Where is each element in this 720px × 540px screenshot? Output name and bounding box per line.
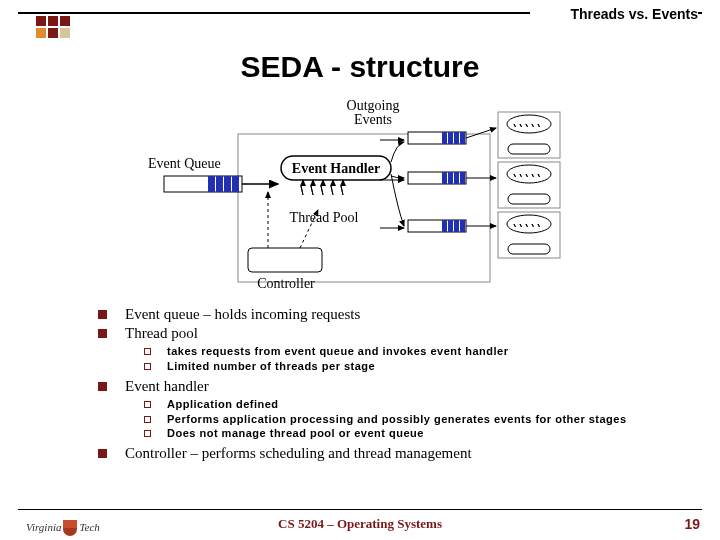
svg-point-21: [507, 165, 551, 183]
thread-pool-icon: [301, 180, 343, 195]
logo-right: Tech: [79, 521, 99, 533]
bullet-icon: [144, 430, 151, 437]
square-icon: [48, 16, 58, 26]
page-number: 19: [684, 516, 700, 532]
svg-rect-33: [448, 220, 453, 232]
footer-course: CS 5204 – Operating Systems: [0, 516, 720, 532]
header-squares: [36, 16, 70, 38]
bullet-text: Does not manage thread pool or event que…: [167, 426, 424, 441]
svg-rect-23: [442, 172, 447, 184]
header-bar: Threads vs. Events: [0, 12, 720, 14]
square-icon: [60, 16, 70, 26]
bullet-l1: Event queue – holds incoming requests: [98, 306, 658, 323]
svg-rect-14: [442, 132, 447, 144]
svg-rect-5: [232, 176, 239, 192]
bullet-text: Performs application processing and poss…: [167, 412, 627, 427]
event-handler-label: Event Handler: [292, 161, 380, 176]
bullet-icon: [144, 401, 151, 408]
bullet-icon: [144, 348, 151, 355]
controller-box: [248, 248, 322, 272]
seda-diagram: Event Queue Event Handler Outgoing Event…: [148, 100, 578, 290]
bullet-text: takes requests from event queue and invo…: [167, 344, 509, 359]
svg-rect-3: [216, 176, 223, 192]
bullet-l1: Thread pool: [98, 325, 658, 342]
event-handler-box: Event Handler: [281, 156, 391, 180]
topic-label: Threads vs. Events: [530, 6, 698, 22]
bullet-l1: Controller – performs scheduling and thr…: [98, 445, 658, 462]
svg-rect-24: [448, 172, 453, 184]
bullet-icon: [98, 449, 107, 458]
svg-rect-25: [454, 172, 459, 184]
target-stage-3: [408, 212, 560, 258]
vt-logo: VirginiaTech: [26, 520, 100, 536]
bullet-icon: [98, 382, 107, 391]
bullet-text: Event queue – holds incoming requests: [125, 306, 360, 323]
svg-rect-34: [454, 220, 459, 232]
svg-rect-2: [208, 176, 215, 192]
svg-rect-28: [508, 194, 550, 204]
svg-rect-35: [460, 220, 465, 232]
outgoing-label-2: Events: [354, 112, 392, 127]
controller-label: Controller: [257, 276, 315, 290]
square-icon: [60, 28, 70, 38]
target-stage-2: [408, 162, 560, 208]
svg-line-18: [466, 128, 496, 138]
bullet-text: Controller – performs scheduling and thr…: [125, 445, 472, 462]
bullet-icon: [98, 329, 107, 338]
bullet-text: Application defined: [167, 397, 279, 412]
svg-rect-16: [454, 132, 459, 144]
content-list: Event queue – holds incoming requestsThr…: [98, 306, 658, 464]
svg-rect-37: [508, 244, 550, 254]
bullet-text: Limited number of threads per stage: [167, 359, 375, 374]
thread-pool-label: Thread Pool: [290, 210, 359, 225]
square-icon: [36, 16, 46, 26]
shield-icon: [63, 520, 77, 536]
square-icon: [36, 28, 46, 38]
slide: Threads vs. Events SEDA - structure Even…: [0, 0, 720, 540]
event-queue-label: Event Queue: [148, 156, 221, 171]
bullet-icon: [144, 363, 151, 370]
svg-rect-19: [508, 144, 550, 154]
bullet-l2: Performs application processing and poss…: [144, 412, 658, 427]
bullet-l2: takes requests from event queue and invo…: [144, 344, 658, 359]
target-stage-1: [408, 112, 560, 158]
bullet-icon: [98, 310, 107, 319]
bullet-l2: Limited number of threads per stage: [144, 359, 658, 374]
bullet-l1: Event handler: [98, 378, 658, 395]
svg-rect-26: [460, 172, 465, 184]
svg-rect-17: [460, 132, 465, 144]
bullet-l2: Does not manage thread pool or event que…: [144, 426, 658, 441]
bullet-text: Event handler: [125, 378, 209, 395]
svg-point-30: [507, 215, 551, 233]
square-icon: [48, 28, 58, 38]
svg-rect-43: [248, 248, 322, 272]
bullet-l2: Application defined: [144, 397, 658, 412]
logo-left: Virginia: [26, 521, 61, 533]
footer-line: [18, 509, 702, 511]
svg-rect-32: [442, 220, 447, 232]
svg-point-12: [507, 115, 551, 133]
event-queue-icon: [164, 176, 242, 192]
svg-rect-15: [448, 132, 453, 144]
svg-rect-4: [224, 176, 231, 192]
bullet-text: Thread pool: [125, 325, 198, 342]
slide-title: SEDA - structure: [0, 50, 720, 84]
bullet-icon: [144, 416, 151, 423]
